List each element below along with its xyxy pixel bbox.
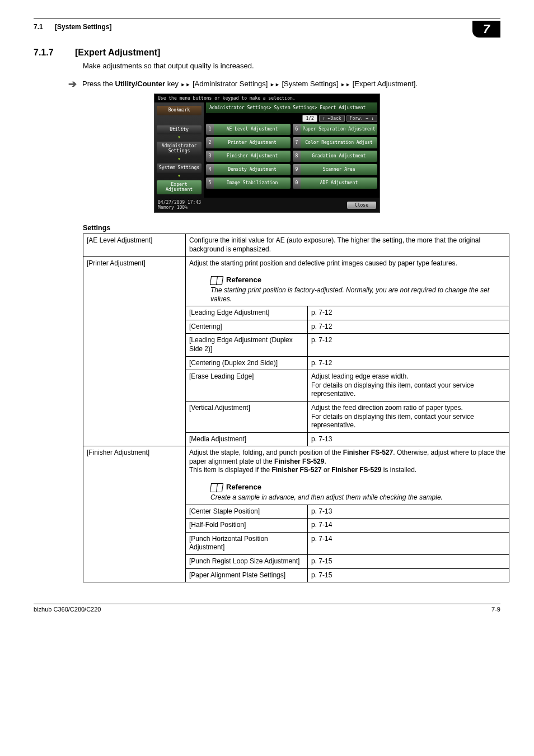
header-section-title: [System Settings] bbox=[55, 23, 111, 31]
settings-table: [AE Level Adjustment] Configure the init… bbox=[83, 234, 509, 582]
nav-prefix: Press the bbox=[82, 80, 115, 88]
expert-adjustment-button[interactable]: Expert Adjustment bbox=[157, 180, 202, 195]
sub-setting-page: p. 7-14 bbox=[308, 519, 509, 533]
bookmark-button[interactable]: Bookmark bbox=[157, 106, 202, 115]
menu-item-finisher-adj[interactable]: 3Finisher Adjustment bbox=[206, 151, 291, 162]
pager-forward-button[interactable]: Forw. → ↓ bbox=[346, 115, 377, 122]
nav-instruction: Press the Utility/Counter key ►► [Admini… bbox=[82, 79, 418, 89]
sub-setting-name: [Leading Edge Adjustment] bbox=[186, 306, 308, 320]
sub-setting-page: p. 7-12 bbox=[308, 320, 509, 334]
sub-setting-name: [Vertical Adjustment] bbox=[186, 401, 308, 432]
menu-item-density-adj[interactable]: 4Density Adjustment bbox=[206, 164, 291, 175]
device-footer-info: 04/27/2009 17:43 Memory 100% bbox=[158, 200, 201, 210]
system-settings-button[interactable]: System Settings bbox=[157, 164, 202, 173]
reference-title: Reference bbox=[226, 276, 261, 285]
setting-name: [Printer Adjustment] bbox=[83, 256, 186, 446]
pager-page: 1/2 bbox=[302, 115, 317, 122]
menu-item-image-stab[interactable]: 5Image Stabilization bbox=[206, 178, 291, 189]
sub-setting-page: p. 7-15 bbox=[308, 568, 509, 582]
sub-setting-desc: Adjust leading edge erase width. For det… bbox=[308, 370, 509, 402]
sub-setting-name: [Erase Leading Edge] bbox=[186, 370, 308, 402]
device-topbar: Use the menu buttons or keypad to make a… bbox=[154, 94, 380, 102]
reference-block: Reference The starting print position is… bbox=[210, 276, 505, 304]
down-arrow-icon: ▾ bbox=[157, 174, 202, 178]
menu-item-scanner-area[interactable]: 9Scanner Area bbox=[293, 164, 377, 175]
reference-body: The starting print position is factory-a… bbox=[210, 286, 505, 304]
reference-icon bbox=[210, 276, 223, 285]
reference-icon bbox=[210, 483, 223, 492]
sub-setting-name: [Media Adjustment] bbox=[186, 432, 308, 446]
menu-item-ae-level[interactable]: 1AE Level Adjustment bbox=[206, 124, 291, 135]
sub-setting-name: [Half-Fold Position] bbox=[186, 519, 308, 533]
menu-item-color-reg[interactable]: 7Color Registration Adjust bbox=[293, 137, 377, 148]
sub-setting-page: p. 7-15 bbox=[308, 554, 509, 568]
sub-setting-page: p. 7-12 bbox=[308, 356, 509, 370]
sub-setting-page: p. 7-12 bbox=[308, 306, 509, 320]
sub-setting-name: [Center Staple Position] bbox=[186, 505, 308, 519]
section-title: [Expert Adjustment] bbox=[75, 48, 160, 58]
sub-setting-name: [Leading Edge Adjustment (Duplex Side 2)… bbox=[186, 334, 308, 356]
section-intro: Make adjustments so that output quality … bbox=[83, 61, 500, 71]
sub-setting-name: [Centering (Duplex 2nd Side)] bbox=[186, 356, 308, 370]
sub-setting-page: p. 7-14 bbox=[308, 532, 509, 554]
sub-setting-page: p. 7-12 bbox=[308, 334, 509, 356]
sub-setting-name: [Punch Regist Loop Size Adjustment] bbox=[186, 554, 308, 568]
device-memory: Memory 100% bbox=[158, 205, 201, 210]
nav-trail-3: [Expert Adjustment]. bbox=[350, 80, 418, 88]
sub-setting-page: p. 7-13 bbox=[308, 505, 509, 519]
admin-settings-button[interactable]: Administrator Settings bbox=[157, 142, 202, 156]
menu-item-adf-adj[interactable]: 0ADF Adjustment bbox=[293, 178, 377, 189]
footer-page-number: 7-9 bbox=[491, 606, 500, 613]
utility-button[interactable]: Utility bbox=[157, 125, 202, 135]
section-number: 7.1.7 bbox=[34, 48, 59, 58]
sub-setting-name: [Paper Alignment Plate Settings] bbox=[186, 568, 308, 582]
nav-trail-2: [System Settings] bbox=[280, 80, 340, 88]
reference-body: Create a sample in advance, and then adj… bbox=[210, 493, 505, 502]
nav-key: Utility/Counter bbox=[115, 80, 166, 88]
chapter-tab: 7 bbox=[472, 21, 500, 38]
sub-setting-name: [Punch Horizontal Position Adjustment] bbox=[186, 532, 308, 554]
sub-setting-desc: Adjust the feed direction zoom ratio of … bbox=[308, 401, 509, 432]
arrow-icon: ➔ bbox=[68, 79, 77, 89]
nav-key-suffix: key bbox=[165, 80, 180, 88]
down-arrow-icon: ▾ bbox=[157, 136, 202, 139]
menu-item-printer-adj[interactable]: 2Printer Adjustment bbox=[206, 137, 291, 148]
reference-block: Reference Create a sample in advance, an… bbox=[210, 483, 505, 502]
sub-setting-name: [Centering] bbox=[186, 320, 308, 334]
header-section-number: 7.1 bbox=[34, 23, 43, 31]
setting-desc: Configure the initial value for AE (auto… bbox=[186, 234, 509, 256]
setting-name: [Finisher Adjustment] bbox=[83, 446, 186, 582]
device-screenshot: Use the menu buttons or keypad to make a… bbox=[154, 94, 380, 213]
settings-heading: Settings bbox=[83, 224, 500, 232]
sub-setting-page: p. 7-13 bbox=[308, 432, 509, 446]
setting-desc: Adjust the staple, folding, and punch po… bbox=[186, 446, 509, 505]
footer-model: bizhub C360/C280/C220 bbox=[34, 606, 101, 613]
menu-item-gradation[interactable]: 8Gradation Adjustment bbox=[293, 151, 377, 162]
pager-back-button[interactable]: ↑ ←Back bbox=[319, 115, 345, 122]
running-header: 7.1 [System Settings] bbox=[34, 21, 111, 31]
printer-adj-desc: Adjust the starting print position and d… bbox=[189, 259, 457, 267]
setting-desc: Adjust the starting print position and d… bbox=[186, 256, 509, 306]
close-button[interactable]: Close bbox=[347, 202, 376, 209]
down-arrow-icon: ▾ bbox=[157, 157, 202, 161]
nav-trail-1: [Administrator Settings] bbox=[190, 80, 270, 88]
device-breadcrumb: Administrator Settings> System Settings>… bbox=[206, 102, 377, 113]
device-datetime: 04/27/2009 17:43 bbox=[158, 200, 201, 205]
menu-item-paper-sep[interactable]: 6Paper Separation Adjustment bbox=[293, 124, 377, 135]
reference-title: Reference bbox=[226, 483, 261, 492]
setting-name: [AE Level Adjustment] bbox=[83, 234, 186, 256]
